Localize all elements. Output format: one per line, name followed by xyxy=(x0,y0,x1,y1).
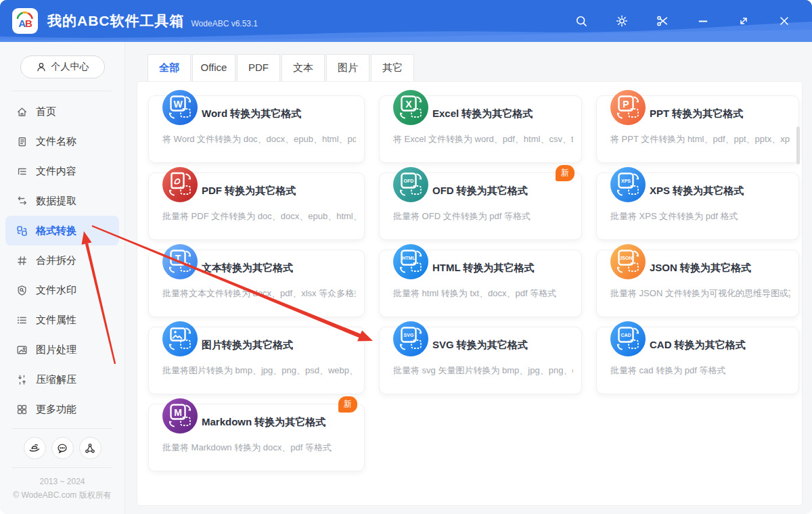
tool-card-t[interactable]: T文本转换为其它格式批量将文本文件转换为 docx、pdf、xlsx 等众多格式 xyxy=(148,250,365,317)
converter-icon xyxy=(162,167,198,202)
app-title: 我的ABC软件工具箱 xyxy=(47,11,185,30)
svg-text:T: T xyxy=(175,253,181,264)
sidebar-item-label: 格式转换 xyxy=(36,225,76,237)
tool-card-w[interactable]: WWord 转换为其它格式将 Word 文件转换为 doc、docx、epub、… xyxy=(148,95,365,163)
merge-icon xyxy=(16,255,28,266)
card-title: Word 转换为其它格式 xyxy=(202,108,301,120)
svg-text:XPS: XPS xyxy=(621,179,631,183)
card-title: PDF 转换为其它格式 xyxy=(202,185,296,197)
svg-text:HTML: HTML xyxy=(402,256,415,260)
sidebar-footer-buttons xyxy=(0,429,125,467)
share-icon[interactable] xyxy=(79,437,102,459)
logo-arc xyxy=(16,11,35,19)
app-window: AB 我的ABC软件工具箱 WodeABC v6.53.1 xyxy=(0,0,812,514)
tab-Office[interactable]: Office xyxy=(192,54,235,82)
tool-card-m[interactable]: MMarkdown 转换为其它格式批量将 Markdown 转换为 docx、p… xyxy=(148,404,365,471)
content-panel: WWord 转换为其它格式将 Word 文件转换为 doc、docx、epub、… xyxy=(137,81,803,506)
card-description: 批量将文本文件转换为 docx、pdf、xlsx 等众多格式 xyxy=(162,287,356,300)
converter-icon: M xyxy=(162,398,198,434)
sidebar-item-merge[interactable]: 合并拆分 xyxy=(0,246,125,275)
converter-icon: XPS xyxy=(610,167,646,202)
converter-icon: P xyxy=(610,90,646,125)
sidebar-item-label: 首页 xyxy=(36,106,56,118)
sidebar-nav: 首页文件名称文件内容数据提取格式转换合并拆分文件水印文件属性图片处理压缩解压更多… xyxy=(0,91,125,424)
new-badge: 新 xyxy=(556,165,574,181)
filecontent-icon xyxy=(16,166,28,177)
card-description: 批量将 OFD 文件转换为 pdf 等格式 xyxy=(393,210,573,223)
sidebar-item-compress[interactable]: 压缩解压 xyxy=(0,365,125,394)
tool-card-svg[interactable]: SVGSVG 转换为其它格式批量将 svg 矢量图片转换为 bmp、jpg、pn… xyxy=(379,327,582,394)
tool-card-html[interactable]: HTMLHTML 转换为其它格式批量将 html 转换为 txt、docx、pd… xyxy=(379,250,582,317)
chat-icon[interactable] xyxy=(51,437,74,459)
close-icon[interactable] xyxy=(775,12,793,30)
sidebar-item-filecontent[interactable]: 文件内容 xyxy=(0,156,125,186)
person-icon xyxy=(36,62,47,72)
tool-card-pdf[interactable]: PDF 转换为其它格式批量将 PDF 文件转换为 doc、docx、epub、h… xyxy=(148,172,365,240)
tool-card-json[interactable]: JSONJSON 转换为其它格式批量将 JSON 文件转换为可视化的思维导图或其… xyxy=(596,250,799,317)
converter-icon xyxy=(162,321,198,356)
filename-icon xyxy=(16,136,28,147)
converter-icon: HTML xyxy=(393,244,428,279)
copyright-years: 2013 ~ 2024 xyxy=(0,475,125,488)
svg-text:W: W xyxy=(173,99,183,110)
sidebar-item-more[interactable]: 更多功能 xyxy=(0,394,125,424)
maximize-icon[interactable] xyxy=(735,12,752,30)
svg-text:OFD: OFD xyxy=(404,179,414,183)
sidebar: 个人中心 首页文件名称文件内容数据提取格式转换合并拆分文件水印文件属性图片处理压… xyxy=(0,42,125,514)
tool-card-cad[interactable]: CADCAD 转换为其它格式批量将 cad 转换为 pdf 等格式 xyxy=(596,327,799,394)
card-description: 批量将 Markdown 转换为 docx、pdf 等格式 xyxy=(162,442,356,454)
image-icon xyxy=(16,344,28,356)
card-title: PPT 转换为其它格式 xyxy=(650,108,743,120)
tab-全部[interactable]: 全部 xyxy=(148,54,191,82)
gear-icon[interactable] xyxy=(613,12,631,30)
scissors-icon[interactable] xyxy=(654,12,671,30)
sidebar-item-label: 更多功能 xyxy=(36,403,76,416)
sidebar-item-label: 文件属性 xyxy=(36,314,76,327)
svg-text:JSON: JSON xyxy=(619,256,632,260)
tool-card-xps[interactable]: XPSXPS 转换为其它格式批量将 XPS 文件转换为 pdf 格式 xyxy=(596,172,799,240)
card-title: Markdown 转换为其它格式 xyxy=(202,416,325,429)
card-description: 批量将 XPS 文件转换为 pdf 格式 xyxy=(610,210,790,223)
converter-icon: T xyxy=(162,244,198,279)
watermark-icon xyxy=(16,285,28,296)
logo-text: AB xyxy=(18,18,32,29)
sidebar-item-label: 合并拆分 xyxy=(36,254,76,267)
sidebar-item-extract[interactable]: 数据提取 xyxy=(0,186,125,216)
card-description: 批量将 PDF 文件转换为 doc、docx、epub、html、 xyxy=(162,210,356,223)
extract-icon xyxy=(16,195,28,207)
card-title: SVG 转换为其它格式 xyxy=(432,339,528,352)
card-title: Excel 转换为其它格式 xyxy=(432,108,533,120)
converter-icon: SVG xyxy=(393,321,428,356)
copyright: 2013 ~ 2024 © WodeABC.com 版权所有 xyxy=(0,468,125,502)
sidebar-item-watermark[interactable]: 文件水印 xyxy=(0,275,125,305)
tool-card-p[interactable]: PPPT 转换为其它格式将 PPT 文件转换为 html、pdf、ppt、ppt… xyxy=(596,95,799,163)
props-icon xyxy=(16,314,28,326)
scrollbar-thumb[interactable] xyxy=(796,126,800,164)
sidebar-item-convert[interactable]: 格式转换 xyxy=(5,216,119,246)
category-tabs: 全部OfficePDF文本图片其它 xyxy=(148,54,414,82)
tool-card-x[interactable]: XExcel 转换为其它格式将 Excel 文件转换为 word、pdf、htm… xyxy=(379,95,582,163)
profile-center-label: 个人中心 xyxy=(51,61,89,73)
minimize-icon[interactable] xyxy=(694,12,712,30)
sidebar-item-props[interactable]: 文件属性 xyxy=(0,305,125,335)
sidebar-item-home[interactable]: 首页 xyxy=(0,97,125,126)
tab-其它[interactable]: 其它 xyxy=(371,54,414,82)
copyright-owner: © WodeABC.com 版权所有 xyxy=(0,488,125,502)
card-description: 批量将 svg 矢量图片转换为 bmp、jpg、png、docx xyxy=(393,365,573,377)
profile-center-button[interactable]: 个人中心 xyxy=(20,55,105,78)
tab-图片[interactable]: 图片 xyxy=(326,54,369,82)
browser-icon[interactable] xyxy=(24,437,46,459)
tab-文本[interactable]: 文本 xyxy=(281,54,325,82)
converter-icon: OFD xyxy=(393,167,428,202)
card-title: OFD 转换为其它格式 xyxy=(432,185,528,197)
tool-card-img[interactable]: 图片转换为其它格式批量将图片转换为 bmp、jpg、png、psd、webp、 xyxy=(148,327,365,394)
converter-icon: JSON xyxy=(610,244,646,279)
sidebar-item-image[interactable]: 图片处理 xyxy=(0,335,125,365)
card-title: 文本转换为其它格式 xyxy=(202,262,293,275)
sidebar-item-filename[interactable]: 文件名称 xyxy=(0,126,125,156)
tool-card-ofd[interactable]: OFDOFD 转换为其它格式批量将 OFD 文件转换为 pdf 等格式新 xyxy=(379,172,582,240)
tab-PDF[interactable]: PDF xyxy=(237,54,280,82)
card-title: JSON 转换为其它格式 xyxy=(650,262,751,275)
app-logo: AB xyxy=(12,8,38,34)
search-icon[interactable] xyxy=(572,12,590,30)
